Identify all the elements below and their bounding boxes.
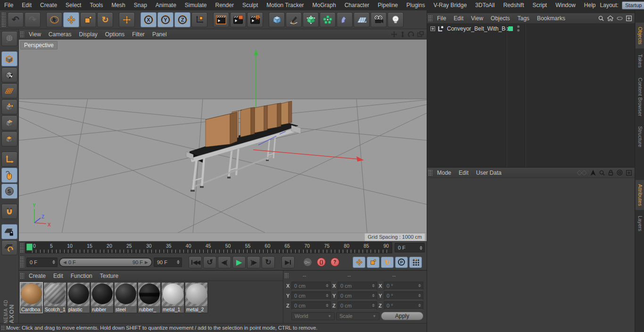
material-tile[interactable]: rubber_ — [138, 282, 161, 313]
lock-workplane-button[interactable] — [1, 224, 17, 239]
undo-button[interactable]: ↶ — [8, 12, 24, 27]
range-left-arrow-icon[interactable]: ◀ — [63, 260, 66, 265]
dock-tab[interactable]: Structure — [636, 122, 644, 152]
model-mode-button[interactable] — [1, 51, 17, 66]
previous-key-button[interactable]: ◀( — [218, 256, 231, 268]
polygons-mode-button[interactable] — [1, 131, 17, 146]
transport-grip[interactable] — [20, 256, 24, 268]
lock-x-axis-button[interactable]: X — [140, 12, 157, 27]
coordinate-column-header[interactable]: -- — [334, 273, 379, 278]
rotate-view-icon[interactable] — [408, 31, 414, 38]
end-frame-spinner[interactable]: 90 F — [154, 258, 182, 267]
key-scale-button[interactable] — [367, 257, 380, 268]
preview-range-slider[interactable]: ◀ 0 F 90 F ▶ — [59, 258, 152, 267]
material-menu-item[interactable]: Edit — [50, 271, 67, 281]
scale-tool-button[interactable] — [80, 12, 96, 27]
coordinate-field[interactable]: 0 ° — [384, 292, 423, 300]
menu-item[interactable]: Mesh — [107, 0, 129, 10]
lock-y-axis-button[interactable]: Y — [157, 12, 173, 27]
object-manager-grip[interactable] — [428, 15, 432, 21]
object-menu-item[interactable]: Bookmarks — [533, 13, 569, 24]
coordinate-field[interactable]: 0 ° — [384, 282, 423, 290]
layer-color-chip[interactable] — [508, 26, 513, 31]
last-used-tool-button[interactable] — [119, 12, 135, 27]
transform-mode-select[interactable]: Scale ▼ — [336, 312, 380, 320]
dock-tab[interactable]: Takes — [636, 50, 644, 72]
material-menu-grip[interactable] — [20, 273, 24, 279]
menu-item[interactable]: Select — [61, 0, 85, 10]
object-menu-item[interactable]: Objects — [487, 13, 514, 24]
coordinate-space-select[interactable]: World ▼ — [291, 312, 335, 320]
viewport-menu-grip[interactable] — [20, 31, 24, 37]
spinner-arrows-icon[interactable] — [416, 284, 423, 287]
dock-tab[interactable]: Objects — [636, 23, 644, 49]
workplane-mode-button[interactable] — [1, 83, 17, 98]
zoom-view-icon[interactable] — [400, 31, 405, 38]
null-object-icon[interactable] — [437, 25, 444, 32]
attribute-menu-item[interactable]: Mode — [433, 168, 455, 178]
pan-view-icon[interactable] — [391, 31, 397, 38]
live-selection-button[interactable] — [46, 12, 62, 27]
key-rotation-button[interactable]: ↻ — [381, 257, 394, 268]
current-frame-spinner[interactable]: 0 F — [26, 258, 58, 267]
visibility-toggles[interactable] — [517, 25, 520, 32]
layout-select[interactable]: Startup ▼ — [622, 1, 644, 9]
object-menu-item[interactable]: Edit — [450, 13, 467, 24]
edges-mode-button[interactable] — [1, 115, 17, 130]
coordinate-field[interactable]: 0 cm — [338, 282, 377, 290]
menu-item[interactable]: Motion Tracker — [262, 0, 308, 10]
coordinate-field[interactable]: 0 cm — [291, 282, 331, 290]
lock-icon[interactable] — [608, 170, 613, 176]
menu-item[interactable]: Tools — [85, 0, 107, 10]
coordinate-grip[interactable] — [284, 273, 289, 278]
menu-item[interactable]: Pipeline — [373, 0, 402, 10]
snap-button[interactable] — [1, 204, 17, 219]
record-active-objects-button[interactable]: ( ) — [315, 256, 327, 268]
texture-mode-button[interactable] — [1, 67, 17, 82]
viewport-menu-item[interactable]: Cameras — [45, 29, 75, 40]
spinner-arrows-icon[interactable] — [324, 304, 330, 307]
render-picture-viewer-button[interactable] — [230, 12, 246, 27]
play-forwards-loop-button[interactable]: ↻ — [262, 256, 275, 268]
object-name[interactable]: Conveyor_Belt_With_Box — [446, 25, 512, 32]
autokeying-button[interactable]: ? — [329, 256, 341, 268]
spinner-arrows-icon[interactable] — [324, 294, 330, 297]
key-position-button[interactable] — [353, 257, 365, 268]
spinner-arrows-icon[interactable] — [418, 246, 424, 250]
material-tile[interactable]: metal_2 — [185, 282, 208, 313]
material-tile[interactable]: rubber — [91, 282, 114, 313]
goto-end-button[interactable]: ▶ — [281, 256, 295, 268]
material-menu-item[interactable]: Create — [25, 271, 50, 281]
spinner-arrows-icon[interactable] — [370, 284, 377, 287]
coordinate-column-header[interactable]: -- — [379, 273, 424, 278]
key-point-level-button[interactable] — [409, 257, 422, 268]
viewport-menu-item[interactable]: View — [25, 29, 45, 40]
object-menu-item[interactable]: Tags — [514, 13, 533, 24]
range-right-arrow-icon[interactable]: ▶ — [145, 260, 148, 265]
attribute-menu-item[interactable]: Edit — [455, 168, 472, 178]
coordinate-system-button[interactable] — [191, 12, 207, 27]
viewport-menu-item[interactable]: Options — [101, 29, 128, 40]
menu-item[interactable]: 3DToAll — [471, 0, 499, 10]
viewport-menu-item[interactable]: Display — [75, 29, 101, 40]
menu-item[interactable]: Character — [340, 0, 374, 10]
playhead[interactable] — [26, 243, 33, 251]
key-parameters-button[interactable]: P — [395, 257, 408, 268]
dock-tab[interactable]: Attributes — [636, 180, 644, 210]
menu-item[interactable]: Animate — [151, 0, 181, 10]
material-tile[interactable]: Scotch_1 — [43, 282, 66, 313]
spinner-arrows-icon[interactable] — [175, 260, 182, 264]
keyframe-selection-button[interactable]: S — [1, 184, 17, 199]
menu-item[interactable]: Plugins — [402, 0, 429, 10]
coordinate-field[interactable]: 0 cm — [338, 292, 377, 300]
material-tile[interactable]: Cardboa — [20, 282, 43, 313]
camera-button[interactable] — [371, 12, 387, 27]
redo-button[interactable]: ↷ — [25, 12, 41, 27]
spinner-arrows-icon[interactable] — [416, 304, 423, 307]
dock-tab[interactable]: Layers — [636, 211, 644, 235]
play-button[interactable]: ▶ — [232, 256, 246, 268]
material-tile[interactable]: steel — [114, 282, 137, 313]
next-key-button[interactable]: )▶ — [247, 256, 260, 268]
points-mode-button[interactable] — [1, 99, 17, 114]
cursor-arrow-icon[interactable] — [590, 170, 596, 176]
